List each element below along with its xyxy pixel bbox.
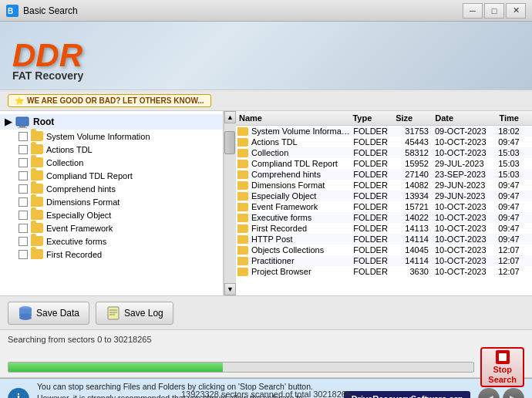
table-row[interactable]: Executive forms FOLDER 14022 10-OCT-2023… [236,212,532,223]
tree-item-label: Executive forms [46,237,106,246]
save-log-button[interactable]: Save Log [96,302,173,325]
file-size: 14022 [394,213,433,222]
tree-item[interactable]: Compliand TDL Report [0,169,223,182]
app-icon: B [6,5,19,17]
file-time: 12:07 [497,245,532,255]
table-row[interactable]: System Volume Information FOLDER 31753 0… [236,126,532,137]
file-time: 09:47 [497,191,532,201]
tree-scrollbar[interactable]: ▲ ▼ [224,111,236,295]
app-header: DDR FAT Recovery [0,22,532,89]
file-time: 09:47 [497,213,532,222]
folder-icon [31,197,43,207]
tree-scroll-up[interactable]: ▲ [224,111,236,123]
table-row[interactable]: HTTP Post FOLDER 14114 10-OCT-2023 09:47 [236,234,532,245]
file-date: 23-SEP-2023 [433,170,497,179]
tree-item[interactable]: System Volume Information [0,130,223,143]
table-row[interactable]: Dimensions Format FOLDER 14082 29-JUN-20… [236,180,532,191]
file-type: FOLDER [352,256,394,265]
folder-icon [31,157,43,167]
file-time: 15:03 [497,148,532,157]
file-type: FOLDER [352,191,394,201]
file-date: 10-OCT-2023 [433,267,497,276]
file-time: 15:03 [497,170,532,179]
folder-icon [31,184,43,194]
table-row[interactable]: Objects Collections FOLDER 14045 10-OCT-… [236,245,532,255]
tree-item[interactable]: Executive forms [0,234,223,248]
folder-icon [31,144,43,154]
badge-icon: ⭐ [15,96,24,105]
main-content: ▶ Root System Volume Information Actions… [0,111,532,296]
file-date: 10-OCT-2023 [433,148,497,157]
table-row[interactable]: Especially Object FOLDER 13934 29-JUN-20… [236,191,532,201]
tree-root[interactable]: ▶ Root [0,114,223,130]
tree-scroll-down[interactable]: ▼ [224,283,236,295]
tree-checkbox[interactable] [19,158,28,167]
file-date: 29-JUN-2023 [433,180,497,190]
table-row[interactable]: First Recorded FOLDER 14113 10-OCT-2023 … [236,223,532,234]
table-row[interactable]: Actions TDL FOLDER 45443 10-OCT-2023 09:… [236,137,532,147]
stop-search-button[interactable]: Stop Search [480,347,524,387]
folder-icon [31,131,43,141]
tree-checkbox[interactable] [19,250,28,259]
tree-item[interactable]: Dimensions Format [0,195,223,208]
table-row[interactable]: Compliand TDL Report FOLDER 15952 29-JUL… [236,158,532,169]
file-time: 12:07 [497,267,532,276]
col-type: Type [349,113,392,123]
tree-checkbox[interactable] [19,224,28,233]
file-time: 12:07 [497,256,532,265]
close-button[interactable]: ✕ [506,3,526,19]
maximize-button[interactable]: □ [484,3,504,19]
row-folder-icon [236,235,250,244]
tree-checkbox[interactable] [19,237,28,246]
minimize-button[interactable]: ─ [463,3,483,19]
file-time: 09:47 [497,234,532,244]
table-row[interactable]: Event Framework FOLDER 15721 10-OCT-2023… [236,201,532,212]
file-size: 15952 [394,159,433,168]
tree-checkbox[interactable] [19,171,28,180]
tree-scroll-thumb[interactable] [224,131,235,154]
tree-checkbox[interactable] [19,132,28,141]
file-name: Project Browser [250,267,352,276]
tree-checkbox[interactable] [19,197,28,207]
file-name: Comprehend hints [250,170,352,179]
table-row[interactable]: Collection FOLDER 58312 10-OCT-2023 15:0… [236,147,532,158]
tree-item[interactable]: Actions TDL [0,143,223,156]
tree-item[interactable]: First Recorded [0,248,223,261]
progress-bar [8,362,474,373]
tree-item[interactable]: Especially Object [0,208,223,221]
tree-checkbox[interactable] [19,145,28,154]
file-name: System Volume Information [250,126,352,136]
tree-item[interactable]: Event Framework [0,221,223,234]
save-data-icon [18,305,33,321]
tree-item-label: First Recorded [46,250,102,259]
tree-item[interactable]: Collection [0,156,223,169]
folder-icon [31,236,43,246]
table-row[interactable]: Practitioner FOLDER 14114 10-OCT-2023 12… [236,255,532,266]
progress-count: 13923328 sectors scanned of total 302182… [8,390,524,398]
badge-bar: ⭐ WE ARE GOOD OR BAD? LET OTHERS KNOW... [0,89,532,111]
file-size: 14082 [394,180,433,190]
tree-checkbox[interactable] [19,184,28,194]
file-size: 14114 [394,234,433,244]
app-subtitle: FAT Recovery [12,69,83,82]
review-badge[interactable]: ⭐ WE ARE GOOD OR BAD? LET OTHERS KNOW... [8,94,211,107]
tree-item[interactable]: Comprehend hints [0,182,223,195]
row-folder-icon [236,203,250,211]
file-name: Compliand TDL Report [250,159,352,168]
tree-scroll-track[interactable] [224,123,236,283]
tree-checkbox[interactable] [19,211,28,220]
title-bar: B Basic Search ─ □ ✕ [0,0,532,22]
table-row[interactable]: Project Browser FOLDER 3630 10-OCT-2023 … [236,266,532,277]
file-name: HTTP Post [250,234,352,244]
file-time: 09:47 [497,137,532,147]
row-folder-icon [236,268,250,276]
col-time: Time [496,113,532,123]
badge-text: WE ARE GOOD OR BAD? LET OTHERS KNOW... [27,96,204,105]
file-size: 3630 [394,267,433,276]
table-row[interactable]: Comprehend hints FOLDER 27140 23-SEP-202… [236,169,532,180]
file-date: 10-OCT-2023 [433,256,497,265]
save-data-button[interactable]: Save Data [8,302,89,325]
file-type: FOLDER [352,170,394,179]
file-type: FOLDER [352,180,394,190]
tree-item-label: Actions TDL [46,145,93,154]
